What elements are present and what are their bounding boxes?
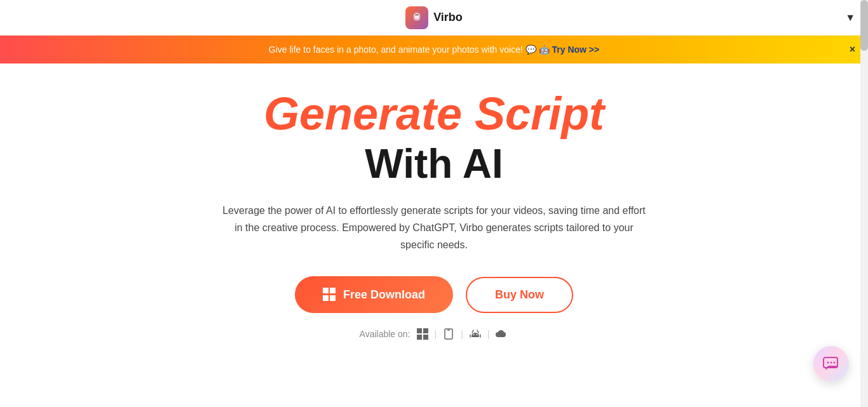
try-now-link[interactable]: Try Now >>: [552, 44, 599, 55]
svg-point-20: [834, 362, 836, 364]
svg-line-13: [472, 330, 473, 333]
svg-point-18: [827, 362, 829, 364]
banner-close-button[interactable]: ×: [850, 44, 855, 55]
svg-point-15: [473, 334, 474, 335]
svg-point-3: [415, 14, 417, 16]
chat-support-button[interactable]: [813, 346, 849, 382]
svg-point-19: [831, 362, 832, 364]
ios-platform-icon: [443, 328, 454, 340]
hero-subtitle: Leverage the power of AI to effortlessly…: [218, 202, 650, 254]
main-content: Generate Script With AI Leverage the pow…: [0, 63, 868, 352]
svg-rect-8: [423, 335, 428, 340]
separator-3: |: [487, 329, 490, 339]
cloud-platform-icon: [496, 328, 508, 340]
available-platforms-row: Available on: | |: [360, 328, 509, 340]
scrollbar-thumb[interactable]: [860, 0, 868, 51]
svg-line-14: [477, 330, 478, 333]
headline-generate-script: Generate Script: [264, 89, 604, 139]
cta-button-row: Free Download Buy Now: [295, 276, 573, 313]
app-logo-icon: [405, 6, 428, 29]
top-nav: Virbo ▼: [0, 0, 868, 36]
separator-2: |: [461, 329, 463, 339]
scrollbar[interactable]: [860, 0, 868, 407]
banner-text: Give life to faces in a photo, and anima…: [269, 44, 599, 55]
logo-area: Virbo: [405, 6, 463, 29]
buy-now-button[interactable]: Buy Now: [466, 277, 573, 313]
windows-icon: [323, 288, 337, 302]
platform-icons: | | |: [417, 328, 509, 340]
svg-point-16: [476, 334, 477, 335]
svg-rect-5: [417, 328, 422, 333]
separator-1: |: [435, 329, 437, 339]
nav-chevron-icon[interactable]: ▼: [845, 12, 855, 23]
svg-point-4: [417, 14, 419, 16]
windows-platform-icon: [417, 328, 428, 340]
app-name: Virbo: [433, 11, 463, 24]
android-platform-icon: [470, 328, 481, 340]
svg-rect-7: [417, 335, 422, 340]
available-label: Available on:: [360, 329, 410, 339]
svg-rect-6: [423, 328, 428, 333]
free-download-button[interactable]: Free Download: [295, 276, 453, 313]
chat-icon: [822, 355, 840, 373]
headline-with-ai: With AI: [365, 142, 503, 186]
svg-point-2: [414, 13, 419, 18]
announcement-banner: Give life to faces in a photo, and anima…: [0, 36, 868, 63]
